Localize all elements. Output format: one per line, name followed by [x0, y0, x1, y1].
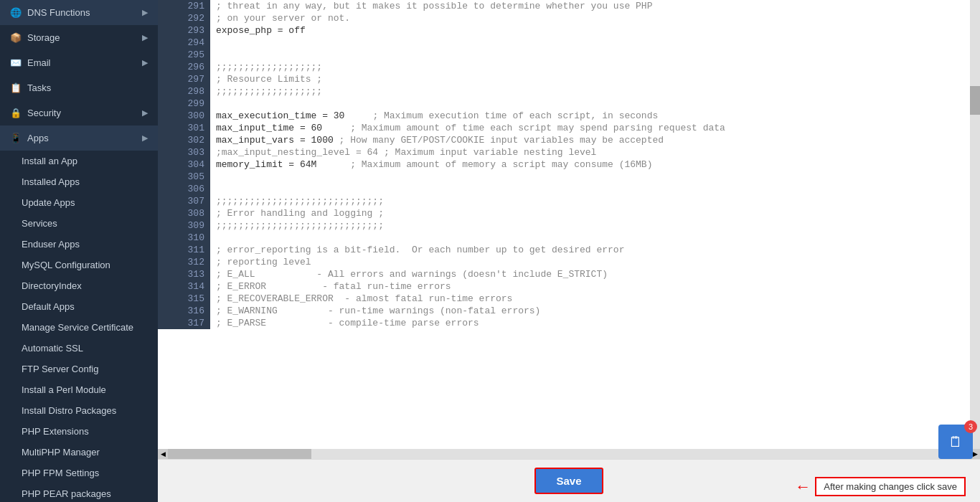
line-number: 296 [158, 61, 210, 73]
line-number: 291 [158, 0, 210, 12]
scrollbar-thumb[interactable] [970, 86, 980, 115]
sidebar-subitem-install-distro-packages[interactable]: Install Distro Packages [0, 400, 158, 421]
table-row: 305 [158, 171, 970, 183]
line-number: 305 [158, 171, 210, 183]
sidebar-subitem-directory-index[interactable]: DirectoryIndex [0, 275, 158, 296]
table-row: 299 [158, 98, 970, 110]
sidebar-item-apps[interactable]: 📱 Apps ▶ [0, 126, 158, 151]
sidebar-subitem-installed-apps[interactable]: Installed Apps [0, 171, 158, 192]
line-content: ;;;;;;;;;;;;;;;;;;; [210, 61, 970, 73]
sidebar-subitem-php-pear-packages[interactable]: PHP PEAR packages [0, 483, 158, 502]
line-content: ;;;;;;;;;;;;;;;;;;; [210, 85, 970, 98]
sidebar-item-security[interactable]: 🔒 Security ▶ [0, 100, 158, 126]
line-content: ; E_ALL - All errors and warnings (doesn… [210, 268, 970, 280]
annotation-box: After making changes click save [815, 477, 966, 496]
sidebar-item-tasks[interactable]: 📋 Tasks [0, 75, 158, 100]
line-content: max_input_time = 60 ; Maximum amount of … [210, 122, 970, 134]
float-button[interactable]: 🗒 3 [938, 425, 973, 459]
float-button-icon: 🗒 [948, 434, 963, 450]
chevron-icon: ▶ [142, 108, 148, 118]
footer: Save ← After making changes click save [158, 459, 980, 502]
line-content: memory_limit = 64M ; Maximum amount of m… [210, 158, 970, 171]
line-number: 306 [158, 183, 210, 195]
table-row: 304memory_limit = 64M ; Maximum amount o… [158, 158, 970, 171]
sidebar-subitem-update-apps[interactable]: Update Apps [0, 192, 158, 213]
line-number: 299 [158, 98, 210, 110]
line-content [210, 232, 970, 244]
table-row: 308; Error handling and logging ; [158, 207, 970, 219]
line-number: 300 [158, 110, 210, 122]
line-content: ; Error handling and logging ; [210, 207, 970, 219]
line-content [210, 171, 970, 183]
float-button-badge: 3 [964, 420, 977, 433]
chevron-icon: ▶ [142, 8, 148, 17]
tasks-icon: 📋 [10, 82, 22, 93]
sidebar-subitem-services[interactable]: Services [0, 213, 158, 234]
code-table: 291; threat in any way, but it makes it … [158, 0, 970, 329]
line-number: 294 [158, 37, 210, 49]
sidebar-subitem-ftp-server-config[interactable]: FTP Server Config [0, 359, 158, 379]
line-number: 302 [158, 134, 210, 146]
table-row: 302max_input_vars = 1000 ; How many GET/… [158, 134, 970, 146]
sidebar-item-storage[interactable]: 📦 Storage ▶ [0, 25, 158, 50]
table-row: 291; threat in any way, but it makes it … [158, 0, 970, 12]
sidebar-subitem-php-fpm-settings[interactable]: PHP FPM Settings [0, 463, 158, 483]
line-content: ; E_PARSE - compile-time parse errors [210, 317, 970, 329]
horizontal-scrollbar[interactable]: ◀ ▶ [158, 449, 980, 459]
line-number: 304 [158, 158, 210, 171]
security-icon: 🔒 [10, 108, 22, 118]
email-icon: ✉️ [10, 57, 22, 68]
table-row: 298;;;;;;;;;;;;;;;;;;; [158, 85, 970, 98]
sidebar-item-email[interactable]: ✉️ Email ▶ [0, 50, 158, 75]
table-row: 309;;;;;;;;;;;;;;;;;;;;;;;;;;;;;; [158, 219, 970, 232]
sidebar-subitem-default-apps[interactable]: Default Apps [0, 296, 158, 317]
line-number: 312 [158, 256, 210, 268]
hscroll-thumb[interactable] [168, 449, 311, 459]
hscroll-left-btn[interactable]: ◀ [158, 449, 168, 459]
sidebar-subitem-multiphp-manager[interactable]: MultiPHP Manager [0, 442, 158, 463]
table-row: 307;;;;;;;;;;;;;;;;;;;;;;;;;;;;;; [158, 195, 970, 207]
line-number: 298 [158, 85, 210, 98]
table-row: 300max_execution_time = 30 ; Maximum exe… [158, 110, 970, 122]
line-number: 308 [158, 207, 210, 219]
line-number: 317 [158, 317, 210, 329]
editor-wrapper: 291; threat in any way, but it makes it … [158, 0, 980, 449]
sidebar-item-label: Email [27, 57, 51, 68]
chevron-icon: ▶ [142, 33, 148, 42]
main-content: 291; threat in any way, but it makes it … [158, 0, 980, 502]
table-row: 297; Resource Limits ; [158, 73, 970, 85]
sidebar-item-dns-functions[interactable]: 🌐 DNS Functions ▶ [0, 0, 158, 25]
line-content: ;;;;;;;;;;;;;;;;;;;;;;;;;;;;;; [210, 219, 970, 232]
line-content: ; E_WARNING - run-time warnings (non-fat… [210, 305, 970, 317]
table-row: 295 [158, 49, 970, 61]
sidebar-subitem-manage-service-cert[interactable]: Manage Service Certificate [0, 317, 158, 338]
sidebar-subitem-enduser-apps[interactable]: Enduser Apps [0, 234, 158, 255]
sidebar-subitem-install-perl-module[interactable]: Install a Perl Module [0, 379, 158, 400]
table-row: 293expose_php = off [158, 24, 970, 37]
line-number: 313 [158, 268, 210, 280]
sidebar-item-label: Tasks [27, 82, 51, 93]
line-content: ;max_input_nesting_level = 64 ; Maximum … [210, 146, 970, 158]
dns-icon: 🌐 [10, 7, 22, 18]
table-row: 316; E_WARNING - run-time warnings (non-… [158, 305, 970, 317]
sidebar-item-label: DNS Functions [27, 7, 90, 18]
sidebar-subitem-install-app[interactable]: Install an App [0, 151, 158, 171]
sidebar-subitem-automatic-ssl[interactable]: Automatic SSL [0, 338, 158, 359]
hscroll-track[interactable] [168, 449, 970, 459]
line-content: ; error_reporting is a bit-field. Or eac… [210, 244, 970, 256]
sidebar-subitem-php-extensions[interactable]: PHP Extensions [0, 421, 158, 442]
line-number: 314 [158, 280, 210, 293]
chevron-icon: ▶ [142, 58, 148, 67]
sidebar-subitem-mysql-config[interactable]: MySQL Configuration [0, 255, 158, 275]
save-button[interactable]: Save [534, 468, 603, 494]
code-editor[interactable]: 291; threat in any way, but it makes it … [158, 0, 970, 449]
table-row: 314; E_ERROR - fatal run-time errors [158, 280, 970, 293]
storage-icon: 📦 [10, 32, 22, 43]
sidebar-item-label: Security [27, 108, 61, 118]
line-content [210, 37, 970, 49]
table-row: 311; error_reporting is a bit-field. Or … [158, 244, 970, 256]
sidebar-item-label: Storage [27, 32, 60, 43]
annotation-wrapper: ← After making changes click save [795, 477, 966, 496]
table-row: 313; E_ALL - All errors and warnings (do… [158, 268, 970, 280]
vertical-scrollbar[interactable] [970, 0, 980, 449]
